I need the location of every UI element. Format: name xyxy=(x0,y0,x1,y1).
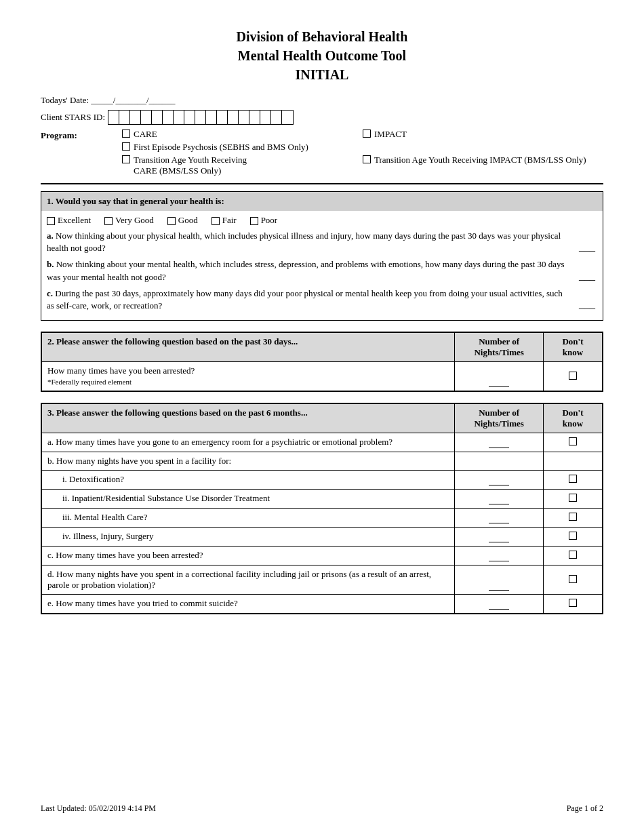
page-number: Page 1 of 2 xyxy=(567,803,603,814)
section-3-table: 3. Please answer the following questions… xyxy=(41,403,603,614)
sec3-q-c: c. How many times have you been arrested… xyxy=(42,547,455,565)
tay-care-checkbox[interactable] xyxy=(122,155,130,163)
sec1-item-c: c. During the past 30 days, approximatel… xyxy=(47,287,597,312)
sec3-q-bi: i. Detoxification? xyxy=(42,471,455,490)
sec3-bii-checkbox[interactable] xyxy=(569,494,577,502)
sec3-q-d: d. How many nights have you spent in a c… xyxy=(42,565,455,595)
table-row: How many times have you been arrested? *… xyxy=(42,362,603,391)
sec3-blank-bii xyxy=(455,490,544,509)
page-header: Division of Behavioral Health Mental Hea… xyxy=(41,27,603,84)
sec1-blank-b: ___ xyxy=(577,258,597,283)
last-updated: Last Updated: 05/02/2019 4:14 PM xyxy=(41,803,156,814)
sec3-check-bii[interactable] xyxy=(543,490,602,509)
health-options: Excellent Very Good Good Fair Poor xyxy=(47,215,597,226)
title: Division of Behavioral Health Mental Hea… xyxy=(41,27,603,84)
table-row: c. How many times have you been arrested… xyxy=(42,547,603,565)
sec3-blank-bi xyxy=(455,471,544,490)
good-checkbox[interactable] xyxy=(167,217,176,225)
sec2-blank-arrested xyxy=(455,362,544,391)
sec3-check-bi[interactable] xyxy=(543,471,602,490)
sec3-bi-checkbox[interactable] xyxy=(569,475,577,483)
sec3-q-e: e. How many times have you tried to comm… xyxy=(42,595,455,614)
fep-checkbox[interactable] xyxy=(122,142,130,151)
program-care[interactable]: CARE xyxy=(122,129,363,140)
fair-checkbox[interactable] xyxy=(212,217,220,225)
table-row: a. How many times have you gone to an em… xyxy=(42,433,603,452)
opt-excellent[interactable]: Excellent xyxy=(47,215,91,226)
page-footer: Last Updated: 05/02/2019 4:14 PM Page 1 … xyxy=(41,803,603,814)
sec2-col-question: 2. Please answer the following question … xyxy=(42,333,455,362)
sec3-check-e[interactable] xyxy=(543,595,602,614)
sec3-check-biii[interactable] xyxy=(543,509,602,528)
sec3-q-a: a. How many times have you gone to an em… xyxy=(42,433,455,452)
sec1-blank-a: ___ xyxy=(577,230,597,254)
sec1-blank-c: ___ xyxy=(577,287,597,312)
tay-impact-checkbox[interactable] xyxy=(363,155,371,163)
form-top: Todays' Date: _____/_______/______ Clien… xyxy=(41,95,603,176)
sec3-biii-checkbox[interactable] xyxy=(569,513,577,521)
sec3-d-checkbox[interactable] xyxy=(569,575,577,583)
stars-id-line: Client STARS ID: xyxy=(41,110,603,125)
sec3-a-checkbox[interactable] xyxy=(569,437,577,445)
sec3-blank-a xyxy=(455,433,544,452)
section-1: 1. Would you say that in general your he… xyxy=(41,191,603,321)
sec3-col-dont: Don'tknow xyxy=(543,404,602,433)
sec3-blank-biv xyxy=(455,528,544,547)
sec3-check-d[interactable] xyxy=(543,565,602,595)
sec3-q-bii: ii. Inpatient/Residential Substance Use … xyxy=(42,490,455,509)
sec3-e-checkbox[interactable] xyxy=(569,599,577,607)
sec3-q-b: b. How many nights have you spent in a f… xyxy=(42,452,455,471)
table-row: iii. Mental Health Care? xyxy=(42,509,603,528)
sec2-col-nights: Number ofNights/Times xyxy=(455,333,544,362)
program-tay-impact[interactable]: Transition Age Youth Receiving IMPACT (B… xyxy=(363,155,603,176)
table-row: iv. Illness, Injury, Surgery xyxy=(42,528,603,547)
sec3-c-checkbox[interactable] xyxy=(569,551,577,559)
sec2-col-dont: Don'tknow xyxy=(543,333,602,362)
sec3-q-biv: iv. Illness, Injury, Surgery xyxy=(42,528,455,547)
care-checkbox[interactable] xyxy=(122,130,130,138)
sec2-arrested-checkbox[interactable] xyxy=(569,372,577,380)
sec3-check-a[interactable] xyxy=(543,433,602,452)
opt-verygood[interactable]: Very Good xyxy=(104,215,154,226)
sec2-check-arrested[interactable] xyxy=(543,362,602,391)
verygood-checkbox[interactable] xyxy=(104,217,113,225)
program-section: Program: CARE IMPACT First Episode Psych… xyxy=(41,129,603,176)
sec3-check-biv[interactable] xyxy=(543,528,602,547)
section-2-table: 2. Please answer the following question … xyxy=(41,332,603,391)
sec3-check-c[interactable] xyxy=(543,547,602,565)
sec3-q-biii: iii. Mental Health Care? xyxy=(42,509,455,528)
section-1-header: 1. Would you say that in general your he… xyxy=(41,192,603,211)
program-label: Program: xyxy=(41,129,122,176)
program-tay-care[interactable]: Transition Age Youth ReceivingCARE (BMS/… xyxy=(122,155,363,176)
table-row: e. How many times have you tried to comm… xyxy=(42,595,603,614)
main-divider xyxy=(41,183,603,184)
section-3: 3. Please answer the following questions… xyxy=(41,403,603,614)
sec3-biv-checkbox[interactable] xyxy=(569,532,577,540)
table-row: d. How many nights have you spent in a c… xyxy=(42,565,603,595)
program-fep[interactable]: First Episode Psychosis (SEBHS and BMS O… xyxy=(122,142,603,153)
sec2-header-row: 2. Please answer the following question … xyxy=(42,333,603,362)
sec3-col-question: 3. Please answer the following questions… xyxy=(42,404,455,433)
opt-poor[interactable]: Poor xyxy=(250,215,278,226)
sec3-header-row: 3. Please answer the following questions… xyxy=(42,404,603,433)
table-row: ii. Inpatient/Residential Substance Use … xyxy=(42,490,603,509)
impact-checkbox[interactable] xyxy=(363,130,371,138)
sec3-blank-biii xyxy=(455,509,544,528)
excellent-checkbox[interactable] xyxy=(47,217,55,225)
date-line: Todays' Date: _____/_______/______ xyxy=(41,95,603,106)
program-options: CARE IMPACT First Episode Psychosis (SEB… xyxy=(122,129,603,176)
sec2-q-arrested: How many times have you been arrested? *… xyxy=(42,362,455,391)
program-impact[interactable]: IMPACT xyxy=(363,129,603,140)
sec1-item-b: b. Now thinking about your mental health… xyxy=(47,258,597,283)
opt-fair[interactable]: Fair xyxy=(212,215,237,226)
sec3-blank-e xyxy=(455,595,544,614)
stars-boxes xyxy=(108,110,294,125)
poor-checkbox[interactable] xyxy=(250,217,258,225)
table-row: b. How many nights have you spent in a f… xyxy=(42,452,603,471)
sec3-blank-d xyxy=(455,565,544,595)
section-1-body: Excellent Very Good Good Fair Poor a. N xyxy=(41,211,603,320)
sec3-col-nights: Number ofNights/Times xyxy=(455,404,544,433)
opt-good[interactable]: Good xyxy=(167,215,198,226)
section-2: 2. Please answer the following question … xyxy=(41,332,603,392)
table-row: i. Detoxification? xyxy=(42,471,603,490)
